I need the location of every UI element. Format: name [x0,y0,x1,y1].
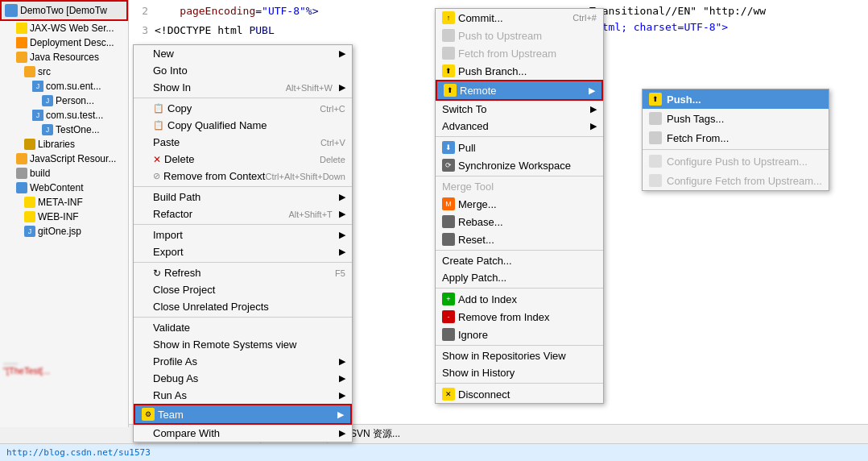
ctx1-close-unrelated[interactable]: Close Unrelated Projects [134,298,352,315]
ctx1-build-path[interactable]: Build Path▶ [134,189,352,206]
sidebar-item-gitone[interactable]: J gitOne.jsp [0,224,128,239]
ctx1-debug-as[interactable]: Debug As▶ [134,370,352,387]
ctx3-configure-fetch[interactable]: Configure Fetch from Upstream... [643,171,829,190]
sidebar-item-java-resources[interactable]: Java Resources [0,50,128,64]
ctx1-copy[interactable]: 📋 Copy Ctrl+C [134,100,352,117]
sidebar-item-testone[interactable]: J TestOne... [0,123,128,137]
ctx2-show-repos[interactable]: Show in Repositories View [436,347,603,364]
commit-icon: ↑ [442,11,455,24]
line-number-2: 2 [132,3,155,19]
ctx2-remote[interactable]: ⬆ Remote ▶ [436,80,603,101]
ctx2-switch-to[interactable]: Switch To▶ [436,101,603,118]
team-label: Team [158,409,184,421]
ctx2-commit[interactable]: ↑ Commit... Ctrl+# [436,9,603,27]
ctx2-disconnect[interactable]: ✕ Disconnect [436,385,603,403]
copy-icon-area: 📋 Copy [153,102,192,114]
ctx2-advanced[interactable]: Advanced▶ [436,118,603,135]
ctx1-show-in[interactable]: Show In Alt+Shift+W▶ [134,79,352,96]
sidebar-item-person[interactable]: J Person... [0,93,128,108]
ctx1-run-as[interactable]: Run As▶ [134,387,352,404]
webcontent-icon [16,182,27,193]
ctx3-configure-push[interactable]: Configure Push to Upstream... [643,152,829,171]
jaxws-label: JAX-WS Web Ser... [30,23,114,34]
ctx1-export[interactable]: Export▶ [134,243,352,260]
team-icon-area: ⚙ Team [142,408,184,421]
ctx1-compare-with[interactable]: Compare With▶ [134,425,352,442]
configure-fetch-icon [649,174,662,187]
ctx2-separator-1 [436,136,603,137]
ctx2-ignore[interactable]: Ignore [436,326,603,343]
sidebar-item-web-inf[interactable]: WEB-INF [0,210,128,224]
sidebar-item-webcontent[interactable]: WebContent [0,181,128,195]
ctx1-separator-4 [134,262,352,263]
rebase-icon [442,215,455,228]
commit-icon-area: ↑ Commit... [442,11,503,24]
remote-label: Remote [460,85,497,97]
ctx2-push-branch[interactable]: ⬆ Push Branch... [436,62,603,80]
ctx3-push[interactable]: ⬆ Push... [643,89,829,109]
ctx1-refresh[interactable]: ↻ Refresh F5 [134,264,352,281]
sidebar-bottom-text: ...... "[TheTest[... [0,353,128,379]
fetch-upstream-icon [442,47,455,60]
sidebar-item-com-su-ent[interactable]: J com.su.ent... [0,79,128,93]
ctx1-new[interactable]: New▶ [134,45,352,62]
refresh-icon: ↻ [153,268,161,279]
sidebar-item-com-su-test[interactable]: J com.su.test... [0,108,128,123]
ctx3-fetch-from[interactable]: Fetch From... [643,128,829,147]
sidebar-item-build[interactable]: build [0,166,128,181]
url-text: http://blog.csdn.net/su1573 [6,447,151,458]
sync-icon: ⟳ [442,159,455,172]
ctx2-merge-tool[interactable]: Merge Tool [436,178,603,195]
ctx2-apply-patch[interactable]: Apply Patch... [436,269,603,286]
ctx1-go-into[interactable]: Go Into [134,62,352,79]
ctx3-push-tags[interactable]: Push Tags... [643,109,829,128]
ctx1-delete[interactable]: ✕ Delete Delete [134,151,352,168]
ctx1-profile-as[interactable]: Profile As▶ [134,353,352,370]
web-inf-label: WEB-INF [38,211,79,222]
ctx1-team[interactable]: ⚙ Team ▶ [134,404,352,425]
ctx1-validate[interactable]: Validate [134,319,352,336]
sidebar-item-meta-inf[interactable]: META-INF [0,195,128,210]
ctx2-reset[interactable]: Reset... [436,230,603,248]
ctx2-fetch-upstream[interactable]: Fetch from Upstream [436,44,603,62]
context-menu-3: ⬆ Push... Push Tags... Fetch From... Con… [642,89,829,191]
ctx1-import[interactable]: Import▶ [134,226,352,243]
ctx2-merge[interactable]: M Merge... [436,195,603,213]
sidebar-item-javascript[interactable]: JavaScript Resour... [0,152,128,166]
team-icon: ⚙ [142,408,155,421]
sidebar-item-libraries[interactable]: Libraries [0,137,128,152]
build-label: build [30,168,50,179]
ctx1-show-remote[interactable]: Show in Remote Systems view [134,336,352,353]
sidebar-item-demotwo[interactable]: DemoTwo [DemoTw [0,0,128,21]
copy-icon: 📋 [153,103,164,114]
meta-inf-label: META-INF [38,197,83,208]
ctx2-push-upstream[interactable]: Push to Upstream [436,27,603,44]
ctx2-rebase[interactable]: Rebase... [436,213,603,230]
sidebar-item-deployment[interactable]: Deployment Desc... [0,35,128,50]
ctx1-separator-1 [134,98,352,98]
ctx1-close-project[interactable]: Close Project [134,281,352,298]
ctx2-add-index[interactable]: + Add to Index [436,290,603,308]
sidebar-item-src[interactable]: src [0,64,128,79]
person-icon: J [42,95,53,106]
javascript-icon [16,153,27,164]
remove-index-icon: - [442,310,455,323]
ctx2-separator-2 [436,176,603,177]
ctx2-create-patch[interactable]: Create Patch... [436,252,603,269]
ctx1-remove-context[interactable]: ⊘ Remove from Context Ctrl+Alt+Shift+Dow… [134,168,352,185]
ctx1-refactor[interactable]: Refactor Alt+Shift+T▶ [134,206,352,222]
configure-push-icon [649,155,662,168]
delete-icon: ✕ [153,154,161,165]
ctx2-remove-index[interactable]: - Remove from Index [436,308,603,326]
ctx1-separator-2 [134,186,352,187]
java-resources-icon [16,52,27,63]
ctx1-paste[interactable]: Paste Ctrl+V [134,134,352,151]
ctx2-sync-workspace[interactable]: ⟳ Synchronize Workspace [436,156,603,174]
sidebar-item-jaxws[interactable]: JAX-WS Web Ser... [0,21,128,35]
ctx2-pull[interactable]: ⬇ Pull [436,139,603,156]
ctx1-copy-qualified[interactable]: 📋 Copy Qualified Name [134,117,352,134]
src-icon [24,66,35,77]
pull-icon: ⬇ [442,141,455,154]
ctx2-show-history[interactable]: Show in History [436,364,603,381]
gitone-label: gitOne.jsp [38,226,81,237]
